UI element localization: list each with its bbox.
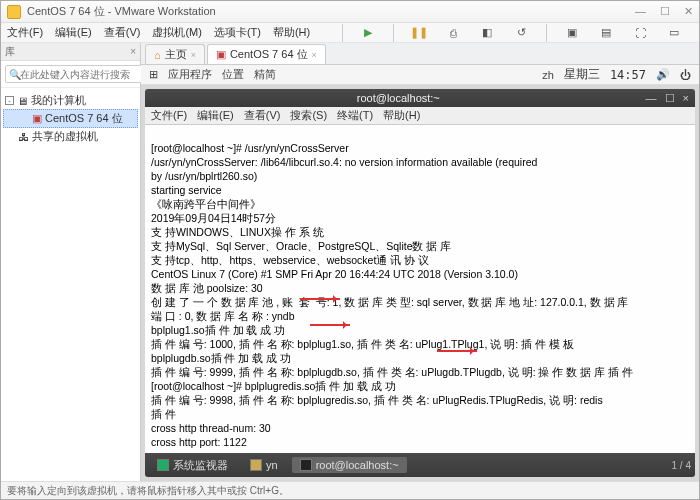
sidebar-close-icon[interactable]: ×	[130, 46, 136, 57]
vm-tree: - 🖥 我的计算机 ▣ CentOS 7 64 位 🖧 共享的虚拟机	[1, 88, 140, 481]
annotation-arrow	[300, 298, 340, 300]
sidebar-search: 🔍	[1, 61, 140, 88]
menu-tabs[interactable]: 选项卡(T)	[214, 25, 261, 40]
thumbnail-button[interactable]: ▤	[595, 23, 617, 43]
vm-icon: ▣	[32, 112, 42, 125]
snapshot-manager-button[interactable]: ◧	[476, 23, 498, 43]
close-button[interactable]: ✕	[684, 5, 693, 18]
term-line: 插 件	[151, 408, 176, 420]
term-line: [root@localhost ~]# bplplugredis.so插 件 加…	[151, 380, 396, 392]
guest-menu-apps[interactable]: 应用程序	[168, 67, 212, 82]
menu-help[interactable]: 帮助(H)	[273, 25, 310, 40]
terminal-output[interactable]: [root@localhost ~]# /usr/yn/ynCrossServe…	[145, 125, 695, 453]
term-line: bplplug1.so插 件 加 载 成 功	[151, 324, 285, 336]
guest-menu-places[interactable]: 位置	[222, 67, 244, 82]
term-line: CentOS Linux 7 (Core) #1 SMP Fri Apr 20 …	[151, 268, 518, 280]
language-indicator[interactable]: zh	[542, 69, 554, 81]
main-panel: ⌂ 主页 × ▣ CentOS 7 64 位 × ⊞ 应用程序 位置 精简 zh…	[141, 43, 699, 481]
menu-edit[interactable]: 编辑(E)	[55, 25, 92, 40]
console-button[interactable]: ▭	[663, 23, 685, 43]
term-line: 端 口 : 0, 数 据 库 名 称 : yndb	[151, 310, 295, 322]
term-minimize-button[interactable]: —	[646, 92, 657, 105]
annotation-arrow	[310, 324, 350, 326]
window-controls: — ☐ ✕	[635, 5, 693, 18]
taskbar-item-sysmon[interactable]: 系统监视器	[149, 456, 236, 475]
term-line: 插 件 编 号: 1000, 插 件 名 称: bplplug1.so, 插 件…	[151, 338, 574, 350]
titlebar: CentOS 7 64 位 - VMware Workstation — ☐ ✕	[1, 1, 699, 23]
term-close-button[interactable]: ×	[683, 92, 689, 105]
menu-file[interactable]: 文件(F)	[7, 25, 43, 40]
pause-button[interactable]: ❚❚	[408, 23, 430, 43]
status-text: 要将输入定向到该虚拟机，请将鼠标指针移入其中或按 Ctrl+G。	[7, 484, 289, 498]
folder-icon	[250, 459, 262, 471]
term-line: 《咏南跨平台中间件》	[151, 198, 261, 210]
vmware-icon	[7, 5, 21, 19]
term-line: /usr/yn/ynCrossServer: /lib64/libcurl.so…	[151, 156, 537, 168]
terminal-menubar: 文件(F) 编辑(E) 查看(V) 搜索(S) 终端(T) 帮助(H)	[145, 107, 695, 125]
collapse-icon[interactable]: -	[5, 96, 14, 105]
term-line: cross http port: 1122	[151, 436, 247, 448]
menu-bar: 文件(F) 编辑(E) 查看(V) 虚拟机(M) 选项卡(T) 帮助(H) ▶ …	[1, 23, 699, 43]
term-maximize-button[interactable]: ☐	[665, 92, 675, 105]
maximize-button[interactable]: ☐	[660, 5, 670, 18]
tab-close-icon[interactable]: ×	[312, 50, 317, 60]
clock-time: 14:57	[610, 68, 646, 82]
home-icon: ⌂	[154, 49, 161, 61]
power-on-button[interactable]: ▶	[357, 23, 379, 43]
guest-desktop: root@localhost:~ — ☐ × 文件(F) 编辑(E) 查看(V)…	[141, 85, 699, 481]
term-menu-search[interactable]: 搜索(S)	[290, 108, 327, 123]
term-line: starting service	[151, 184, 222, 196]
volume-icon[interactable]: 🔊	[656, 68, 670, 81]
search-icon: 🔍	[9, 69, 21, 80]
taskbar-item-terminal[interactable]: root@localhost:~	[292, 457, 407, 473]
term-line: 支 持MySql、Sql Server、Oracle、PostgreSQL、Sq…	[151, 240, 451, 252]
content-area: 库 × 🔍 - 🖥 我的计算机 ▣ CentOS 7 64 位	[1, 43, 699, 481]
tab-close-icon[interactable]: ×	[191, 50, 196, 60]
unity-button[interactable]: ▣	[561, 23, 583, 43]
power-icon[interactable]: ⏻	[680, 69, 691, 81]
clock-day: 星期三	[564, 66, 600, 83]
term-line: 数 据 库 池 poolsize: 30	[151, 282, 263, 294]
term-line: 插 件 编 号: 9998, 插 件 名 称: bplplugredis.so,…	[151, 394, 603, 406]
term-line: bplplugdb.so插 件 加 载 成 功	[151, 352, 291, 364]
tab-home[interactable]: ⌂ 主页 ×	[145, 44, 205, 64]
term-menu-view[interactable]: 查看(V)	[244, 108, 281, 123]
tree-vm-label: CentOS 7 64 位	[45, 111, 123, 126]
vm-tab-icon: ▣	[216, 48, 226, 61]
term-menu-edit[interactable]: 编辑(E)	[197, 108, 234, 123]
tree-root-label: 我的计算机	[31, 93, 86, 108]
search-input[interactable]	[5, 65, 162, 83]
term-menu-file[interactable]: 文件(F)	[151, 108, 187, 123]
tab-vm[interactable]: ▣ CentOS 7 64 位 ×	[207, 44, 326, 64]
minimize-button[interactable]: —	[635, 5, 646, 18]
sidebar: 库 × 🔍 - 🖥 我的计算机 ▣ CentOS 7 64 位	[1, 43, 141, 481]
term-line: 创 建 了 一 个 数 据 库 池 , 账 套 号: 1, 数 据 库 类 型:…	[151, 296, 629, 308]
term-menu-help[interactable]: 帮助(H)	[383, 108, 420, 123]
taskbar-label: 系统监视器	[173, 458, 228, 473]
term-line: 2019年09月04日14时57分	[151, 212, 276, 224]
grid-icon[interactable]: ⊞	[149, 68, 158, 81]
term-line: by /usr/yn/bplrtl260.so)	[151, 170, 257, 182]
revert-button[interactable]: ↺	[510, 23, 532, 43]
tree-shared[interactable]: 🖧 共享的虚拟机	[3, 128, 138, 145]
window-title: CentOS 7 64 位 - VMware Workstation	[27, 4, 635, 19]
taskbar-item-yn[interactable]: yn	[242, 457, 286, 473]
tree-root[interactable]: - 🖥 我的计算机	[3, 92, 138, 109]
annotation-arrow	[437, 350, 477, 352]
workspace-indicator[interactable]: 1 / 4	[672, 460, 691, 471]
status-bar: 要将输入定向到该虚拟机，请将鼠标指针移入其中或按 Ctrl+G。	[1, 481, 699, 499]
term-line: 支 持WINDOWS、LINUX操 作 系 统	[151, 226, 324, 238]
vmware-window: CentOS 7 64 位 - VMware Workstation — ☐ ✕…	[0, 0, 700, 500]
tab-vm-label: CentOS 7 64 位	[230, 47, 308, 62]
guest-menu-extra[interactable]: 精简	[254, 67, 276, 82]
terminal-titlebar: root@localhost:~ — ☐ ×	[145, 89, 695, 107]
term-menu-terminal[interactable]: 终端(T)	[337, 108, 373, 123]
guest-taskbar: 系统监视器 yn root@localhost:~ 1 / 4	[145, 453, 695, 477]
term-line: 支 持tcp、http、https、webservice、websocket通 …	[151, 254, 429, 266]
menu-view[interactable]: 查看(V)	[104, 25, 141, 40]
fullscreen-button[interactable]: ⛶	[629, 23, 651, 43]
menu-vm[interactable]: 虚拟机(M)	[152, 25, 202, 40]
tree-vm-centos[interactable]: ▣ CentOS 7 64 位	[3, 109, 138, 128]
tab-home-label: 主页	[165, 47, 187, 62]
snapshot-button[interactable]: ⎙	[442, 23, 464, 43]
